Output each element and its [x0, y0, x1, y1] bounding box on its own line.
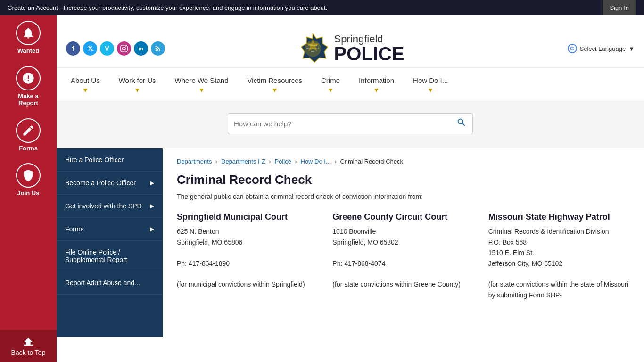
- leftnav-abuse-label: Report Adult Abuse and...: [65, 279, 140, 287]
- col1-address1: 625 N. Benton: [177, 226, 318, 237]
- nav-where-we-stand[interactable]: Where We Stand ▼: [165, 68, 238, 99]
- nav-victim-resources[interactable]: Victim Resources ▼: [238, 68, 312, 99]
- leftnav-report-abuse[interactable]: Report Adult Abuse and...: [57, 272, 163, 295]
- nav-work-for-us[interactable]: Work for Us ▼: [109, 68, 165, 99]
- page-content: Departments › Departments I-Z › Police ›…: [163, 148, 644, 337]
- sidebar-item-make-report[interactable]: Make aReport: [0, 60, 57, 113]
- nav-bar: About Us ▼ Work for Us ▼ Where We Stand …: [57, 68, 644, 99]
- col-circuit-court: Greene County Circuit Court 1010 Boonvil…: [332, 212, 474, 300]
- breadcrumb-police[interactable]: Police: [275, 158, 291, 165]
- breadcrumb: Departments › Departments I-Z › Police ›…: [177, 158, 630, 165]
- breadcrumb-departments-iz[interactable]: Departments I-Z: [221, 158, 265, 165]
- translate-dropdown-arrow[interactable]: ▼: [628, 45, 635, 52]
- nav-about-us-label: About Us: [71, 76, 100, 84]
- col3-address2: 1510 E. Elm St.: [488, 247, 630, 258]
- forms-label: Forms: [19, 145, 38, 152]
- col2-phone: Ph: 417-868-4074: [332, 258, 474, 269]
- leftnav-forms-label: Forms: [65, 225, 84, 233]
- translate-widget[interactable]: G Select Language ▼: [568, 44, 635, 53]
- exclamation-icon: [22, 72, 35, 85]
- col3-sub: Criminal Records & Identification Divisi…: [488, 226, 630, 237]
- header: f 𝕏 V in POLICE SPRINGFIELD MO Spring: [57, 30, 644, 68]
- vimeo-icon[interactable]: V: [100, 41, 114, 56]
- search-input[interactable]: [234, 120, 456, 128]
- col1-heading: Springfield Municipal Court: [177, 212, 318, 222]
- col1-phone: Ph: 417-864-1890: [177, 258, 318, 269]
- nav-how-do-i[interactable]: How Do I... ▼: [404, 68, 457, 99]
- col3-heading: Missouri State Highway Patrol: [488, 212, 630, 222]
- nav-how-label: How Do I...: [413, 76, 448, 84]
- logo-springfield: Springfield: [334, 34, 405, 44]
- nav-victim-label: Victim Resources: [248, 76, 302, 84]
- sidebar-item-forms[interactable]: Forms: [0, 113, 57, 158]
- leftnav-hire-officer[interactable]: Hire a Police Officer: [57, 148, 163, 172]
- sidebar-item-wanted[interactable]: Wanted: [0, 15, 57, 60]
- instagram-icon[interactable]: [117, 41, 131, 56]
- col1-note: (for municipal convictions within Spring…: [177, 279, 318, 289]
- breadcrumb-sep2: ›: [269, 158, 273, 165]
- sign-in-button[interactable]: Sign In: [603, 0, 636, 15]
- leftnav-file-online[interactable]: File Online Police / Supplemental Report: [57, 241, 163, 272]
- nav-where-label: Where We Stand: [175, 76, 229, 84]
- leftnav-become-arrow: ▶: [150, 180, 154, 186]
- leftnav-get-involved[interactable]: Get involved with the SPD ▶: [57, 195, 163, 218]
- main-wrap: Wanted Make aReport Forms: [57, 15, 644, 337]
- content-area: Hire a Police Officer Become a Police Of…: [57, 148, 644, 337]
- join-us-label: Join Us: [17, 189, 40, 197]
- col-municipal-court: Springfield Municipal Court 625 N. Bento…: [177, 212, 318, 300]
- site-logo: POLICE SPRINGFIELD MO Springfield POLICE: [297, 32, 405, 65]
- report-icon-circle: [16, 66, 41, 90]
- col1-body: 625 N. Benton Springfield, MO 65806 Ph: …: [177, 226, 318, 289]
- nav-about-us[interactable]: About Us ▼: [61, 68, 109, 99]
- edit-icon: [22, 124, 35, 137]
- nav-work-arrow: ▼: [134, 86, 140, 94]
- facebook-icon[interactable]: f: [66, 41, 80, 56]
- logo-text: Springfield POLICE: [334, 34, 405, 63]
- search-icon: [456, 117, 467, 128]
- leftnav-forms[interactable]: Forms ▶: [57, 218, 163, 241]
- search-section: [57, 99, 644, 148]
- logo-police: POLICE: [334, 44, 405, 63]
- upload-icon: [22, 336, 35, 337]
- breadcrumb-how-do-i[interactable]: How Do I...: [301, 158, 331, 165]
- top-bar-message: Create an Account - Increase your produc…: [8, 4, 603, 11]
- breadcrumb-departments[interactable]: Departments: [177, 158, 212, 165]
- col3-address1: P.O. Box 568: [488, 237, 630, 247]
- wanted-icon-circle: [16, 21, 41, 45]
- sidebar-back-to-top[interactable]: Back to Top: [0, 330, 57, 337]
- col-highway-patrol: Missouri State Highway Patrol Criminal R…: [488, 212, 630, 300]
- nav-about-us-arrow: ▼: [82, 86, 89, 94]
- col3-note: (for state convictions within the state …: [488, 279, 630, 300]
- leftnav-file-label: File Online Police / Supplemental Report: [65, 248, 154, 263]
- col2-address2: Springfield, MO 65802: [332, 237, 474, 247]
- make-report-label: Make aReport: [18, 92, 38, 107]
- nav-crime-arrow: ▼: [327, 86, 334, 94]
- google-g-icon: G: [568, 44, 577, 53]
- col3-address3: Jefferson City, MO 65102: [488, 258, 630, 269]
- page-title: Criminal Record Check: [177, 173, 630, 187]
- twitter-icon[interactable]: 𝕏: [83, 41, 97, 56]
- left-sidebar: Wanted Make aReport Forms: [0, 15, 57, 337]
- nav-work-label: Work for Us: [119, 76, 156, 84]
- page-intro: The general public can obtain a criminal…: [177, 193, 630, 200]
- linkedin-icon[interactable]: in: [134, 41, 148, 56]
- shield-icon: [22, 169, 35, 182]
- left-nav: Hire a Police Officer Become a Police Of…: [57, 148, 163, 337]
- wanted-label: Wanted: [17, 47, 39, 55]
- col2-address1: 1010 Boonville: [332, 226, 474, 237]
- sidebar-item-join-us[interactable]: Join Us: [0, 157, 57, 203]
- breadcrumb-sep4: ›: [334, 158, 338, 165]
- leftnav-become-officer[interactable]: Become a Police Officer ▶: [57, 172, 163, 195]
- nav-information[interactable]: Information ▼: [349, 68, 404, 99]
- breadcrumb-sep3: ›: [295, 158, 299, 165]
- col1-address2: Springfield, MO 65806: [177, 237, 318, 247]
- search-button[interactable]: [456, 117, 467, 130]
- nav-victim-arrow: ▼: [272, 86, 278, 94]
- nav-crime[interactable]: Crime ▼: [312, 68, 349, 99]
- leftnav-involved-arrow: ▶: [150, 203, 154, 209]
- nav-how-arrow: ▼: [427, 86, 434, 94]
- rss-icon[interactable]: [151, 41, 165, 56]
- leftnav-become-label: Become a Police Officer: [65, 179, 136, 187]
- social-icons: f 𝕏 V in: [66, 41, 165, 56]
- leftnav-hire-label: Hire a Police Officer: [65, 156, 124, 164]
